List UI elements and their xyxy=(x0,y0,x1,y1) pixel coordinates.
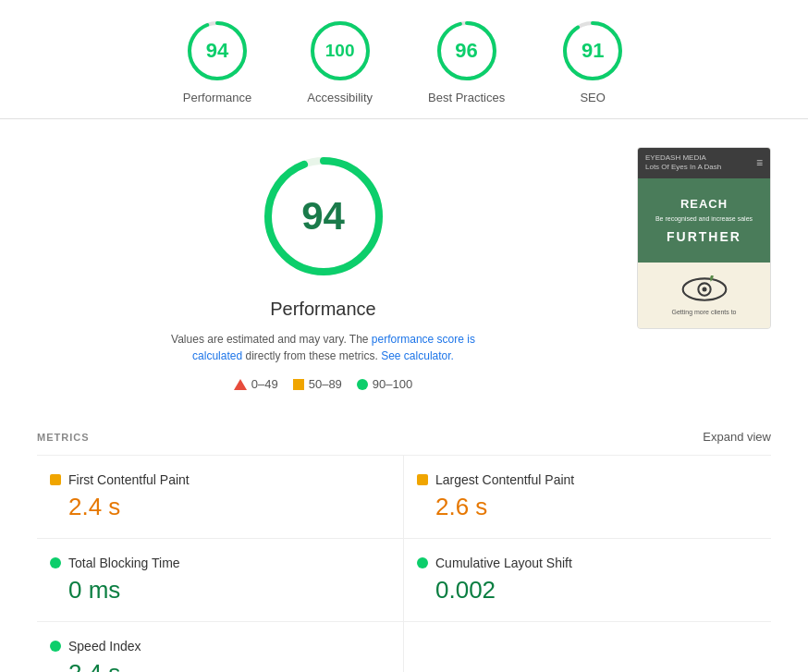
further-text: FURTHER xyxy=(647,229,761,244)
screenshot-green-block: REACH Be recognised and increase sales F… xyxy=(638,178,770,263)
metric-header-tbt: Total Blocking Time xyxy=(50,556,390,570)
values-note-text: Values are estimated and may vary. The xyxy=(171,333,372,346)
be-recognised-text: Be recognised and increase sales xyxy=(647,214,761,224)
metrics-header: METRICS Expand view xyxy=(37,419,771,456)
metric-value-si: 2.4 s xyxy=(68,659,390,672)
screenshot-cream-block: Getting more clients to xyxy=(638,263,770,328)
getting-text: Getting more clients to xyxy=(671,309,736,315)
metric-dot-cls xyxy=(417,557,428,568)
metric-cell-si: Speed Index 2.4 s xyxy=(37,622,404,672)
metric-name-lcp: Largest Contentful Paint xyxy=(435,472,574,487)
metric-name-fcp: First Contentful Paint xyxy=(68,472,190,487)
score-label-best-practices: Best Practices xyxy=(428,91,505,104)
score-value-best-practices: 96 xyxy=(455,39,477,63)
metric-value-lcp: 2.6 s xyxy=(435,493,758,521)
screenshot-header: EYEDASH MEDIA Lots Of Eyes In A Dash ≡ xyxy=(638,148,770,178)
score-item-best-practices[interactable]: 96 Best Practices xyxy=(428,18,505,104)
legend-range-red: 0–49 xyxy=(251,377,278,391)
score-circle-accessibility: 100 xyxy=(308,18,373,83)
metric-header-lcp: Largest Contentful Paint xyxy=(417,472,758,487)
score-circle-best-practices: 96 xyxy=(435,18,499,83)
hamburger-icon: ≡ xyxy=(756,156,763,169)
metric-header-si: Speed Index xyxy=(50,639,390,654)
main-content: 94 Performance Values are estimated and … xyxy=(0,119,808,419)
metric-dot-tbt xyxy=(50,557,61,568)
metric-value-cls: 0.002 xyxy=(435,576,758,605)
metric-name-cls: Cumulative Layout Shift xyxy=(435,556,572,570)
legend-item-red: 0–49 xyxy=(234,377,278,391)
expand-view-button[interactable]: Expand view xyxy=(703,430,771,444)
performance-circle: 94 xyxy=(254,147,393,286)
score-item-seo[interactable]: 91 SEO xyxy=(560,18,625,104)
screenshot-logo: EYEDASH MEDIA Lots Of Eyes In A Dash xyxy=(645,153,721,173)
metrics-grid: First Contentful Paint 2.4 s Largest Con… xyxy=(37,456,771,672)
triangle-icon xyxy=(234,379,247,390)
metric-value-tbt: 0 ms xyxy=(68,576,390,605)
score-value-seo: 91 xyxy=(582,39,604,63)
score-circle-performance: 94 xyxy=(185,18,250,83)
perf-title: Performance xyxy=(270,299,376,320)
values-note-mid: directly from these metrics. xyxy=(242,349,381,362)
dot-icon xyxy=(357,379,368,390)
legend-item-green: 90–100 xyxy=(357,377,412,391)
metric-name-si: Speed Index xyxy=(68,639,141,654)
metric-cell-empty xyxy=(404,622,771,672)
metric-header-fcp: First Contentful Paint xyxy=(50,472,390,487)
legend-range-orange: 50–89 xyxy=(309,377,342,391)
legend: 0–49 50–89 90–100 xyxy=(234,377,412,391)
metric-dot-si xyxy=(50,641,61,652)
score-label-seo: SEO xyxy=(580,91,605,104)
score-value-accessibility: 100 xyxy=(325,41,355,61)
perf-score-number: 94 xyxy=(301,194,345,238)
metric-name-tbt: Total Blocking Time xyxy=(68,556,180,570)
screenshot-frame: EYEDASH MEDIA Lots Of Eyes In A Dash ≡ R… xyxy=(637,147,771,329)
legend-item-orange: 50–89 xyxy=(293,377,342,391)
metric-cell-lcp: Largest Contentful Paint 2.6 s xyxy=(404,456,771,539)
metrics-title: METRICS xyxy=(37,432,90,443)
legend-range-green: 90–100 xyxy=(373,377,412,391)
right-panel: EYEDASH MEDIA Lots Of Eyes In A Dash ≡ R… xyxy=(637,147,771,391)
score-item-accessibility[interactable]: 100 Accessibility xyxy=(307,18,373,104)
metric-header-cls: Cumulative Layout Shift xyxy=(417,556,758,570)
see-calc-link[interactable]: See calculator. xyxy=(381,349,454,362)
score-item-performance[interactable]: 94 Performance xyxy=(183,18,251,104)
metric-dot-fcp xyxy=(50,474,61,485)
values-note: Values are estimated and may vary. The p… xyxy=(166,331,481,364)
scores-bar: 94 Performance 100 Accessibility 96 Best… xyxy=(0,0,808,119)
svg-point-12 xyxy=(702,287,706,291)
score-circle-seo: 91 xyxy=(560,18,625,83)
metric-cell-fcp: First Contentful Paint 2.4 s xyxy=(37,456,404,539)
reach-text: REACH xyxy=(647,197,761,211)
square-icon xyxy=(293,379,304,390)
metric-cell-cls: Cumulative Layout Shift 0.002 xyxy=(404,539,771,622)
score-value-performance: 94 xyxy=(206,39,228,63)
metric-dot-lcp xyxy=(417,474,428,485)
eye-logo-icon xyxy=(681,275,728,303)
metric-cell-tbt: Total Blocking Time 0 ms xyxy=(37,539,404,622)
score-label-accessibility: Accessibility xyxy=(307,91,373,104)
score-label-performance: Performance xyxy=(183,91,251,104)
metric-value-fcp: 2.4 s xyxy=(68,493,390,521)
left-panel: 94 Performance Values are estimated and … xyxy=(37,147,609,391)
metrics-section: METRICS Expand view First Contentful Pai… xyxy=(0,419,808,672)
